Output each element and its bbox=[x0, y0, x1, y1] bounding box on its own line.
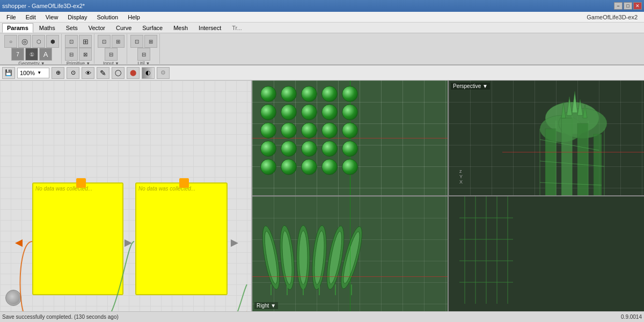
sphere bbox=[342, 122, 358, 138]
zoom-tool[interactable]: ⊙ bbox=[67, 67, 79, 79]
util-icons-row1: ⊡ ⊞ bbox=[130, 35, 157, 48]
panel-1[interactable]: No data was collected... bbox=[32, 182, 123, 295]
fill-tool[interactable]: ⬤ bbox=[127, 67, 140, 79]
pan-tool[interactable]: 👁 bbox=[82, 67, 94, 79]
close-button[interactable]: ✕ bbox=[633, 2, 642, 10]
primitive-label: Primitive ▼ bbox=[67, 61, 90, 65]
tab-maths[interactable]: Maths bbox=[34, 23, 60, 33]
sphere bbox=[301, 159, 317, 175]
util-dropdown-arrow[interactable]: ▼ bbox=[146, 61, 150, 66]
bl-axis-v bbox=[350, 196, 350, 311]
panel-2[interactable]: No data was collected... bbox=[135, 182, 228, 295]
toolbar2: 💾 100% ▼ ⊕ ⊙ 👁 ✎ ◯ ⬤ ◐ ⚙ bbox=[0, 65, 644, 80]
geo-icon-3[interactable]: ⬡ bbox=[32, 35, 45, 48]
menu-file[interactable]: File bbox=[2, 13, 20, 21]
input-icon-2[interactable]: ⊞ bbox=[112, 35, 125, 48]
sphere bbox=[301, 122, 317, 138]
geo-icon-6[interactable]: ① bbox=[25, 48, 38, 61]
menu-edit[interactable]: Edit bbox=[21, 13, 40, 21]
zoom-value: 100% bbox=[20, 70, 35, 76]
sphere bbox=[281, 141, 297, 157]
tab-intersect[interactable]: Intersect bbox=[194, 23, 226, 33]
input-label: Input ▼ bbox=[103, 61, 119, 65]
sphere bbox=[281, 122, 297, 138]
save-button[interactable]: 💾 bbox=[2, 67, 15, 79]
globe-icon bbox=[5, 290, 21, 306]
tab-params[interactable]: Params bbox=[2, 23, 33, 33]
sphere bbox=[301, 141, 317, 157]
sphere bbox=[281, 104, 297, 120]
toolbar-area: ○ ◎ ⬡ ⬢ 7 ① A Geometry ▼ ⊡ ⊞ ⊟ ⊠ Primiti… bbox=[0, 33, 644, 65]
menu-help[interactable]: Help bbox=[123, 13, 144, 21]
primitive-dropdown-arrow[interactable]: ▼ bbox=[86, 61, 90, 66]
prim-icon-3[interactable]: ⊟ bbox=[65, 48, 78, 61]
main-area: No data was collected... No data was col… bbox=[0, 80, 644, 311]
settings-tool[interactable]: ⚙ bbox=[157, 67, 170, 79]
svg-marker-2 bbox=[231, 239, 238, 247]
right-label: Right ▼ bbox=[254, 302, 278, 309]
gh-canvas[interactable]: No data was collected... No data was col… bbox=[0, 80, 252, 311]
geometry-dropdown-arrow[interactable]: ▼ bbox=[41, 61, 45, 66]
sphere bbox=[321, 159, 338, 175]
sphere bbox=[260, 86, 276, 102]
tab-surface[interactable]: Surface bbox=[137, 23, 167, 33]
viewport-top-left[interactable] bbox=[252, 80, 449, 195]
viewport-bottom-left[interactable]: Right ▼ bbox=[252, 196, 449, 311]
gradient-tool[interactable]: ◐ bbox=[142, 67, 155, 79]
geo-icon-5[interactable]: 7 bbox=[11, 48, 24, 61]
status-message: Save successfully completed. (130 second… bbox=[2, 314, 119, 320]
menu-display[interactable]: Display bbox=[63, 13, 91, 21]
3d-structure-svg bbox=[492, 86, 644, 195]
perspective-dropdown[interactable]: ▼ bbox=[482, 83, 488, 89]
geo-icon-7[interactable]: A bbox=[39, 48, 52, 61]
tab-curve[interactable]: Curve bbox=[111, 23, 136, 33]
sphere bbox=[260, 141, 276, 157]
wireframe-columns-svg bbox=[449, 196, 644, 311]
toolbar-primitive: ⊡ ⊞ ⊟ ⊠ Primitive ▼ bbox=[63, 34, 94, 64]
sphere bbox=[260, 104, 276, 120]
util-icon-2[interactable]: ⊞ bbox=[144, 35, 157, 48]
geo-icon-4[interactable]: ⬢ bbox=[46, 35, 59, 48]
toolbar-geometry: ○ ◎ ⬡ ⬢ 7 ① A Geometry ▼ bbox=[2, 34, 62, 64]
persp-axis-h bbox=[502, 152, 644, 152]
util-icon-1[interactable]: ⊡ bbox=[130, 35, 143, 48]
geo-icon-2[interactable]: ◎ bbox=[18, 35, 31, 48]
prim-icon-1[interactable]: ⊡ bbox=[65, 35, 78, 48]
menu-solution[interactable]: Solution bbox=[92, 13, 122, 21]
sphere bbox=[321, 86, 338, 102]
window-title: sshopper - GameOfLife3D-ex2* bbox=[2, 3, 85, 9]
tab-vector[interactable]: Vector bbox=[84, 23, 110, 33]
maximize-button[interactable]: □ bbox=[624, 2, 632, 10]
perspective-label-text[interactable]: Perspective bbox=[453, 83, 481, 89]
draw-tool[interactable]: ✎ bbox=[97, 67, 109, 79]
sphere bbox=[301, 86, 317, 102]
sphere bbox=[321, 122, 338, 138]
prim-icon-2[interactable]: ⊞ bbox=[79, 35, 92, 48]
util-icons-row2: ⊟ bbox=[137, 48, 150, 61]
perspective-label: Perspective ▼ bbox=[451, 83, 490, 90]
right-label-text[interactable]: Right bbox=[257, 303, 269, 309]
version-label: 0.9.0014 bbox=[621, 314, 642, 320]
prim-icon-4[interactable]: ⊠ bbox=[79, 48, 92, 61]
geometry-label: Geometry ▼ bbox=[18, 61, 45, 65]
right-dropdown[interactable]: ▼ bbox=[270, 303, 276, 309]
tab-sets[interactable]: Sets bbox=[61, 23, 83, 33]
sphere bbox=[301, 104, 317, 120]
erase-tool[interactable]: ◯ bbox=[112, 67, 125, 79]
zoom-dropdown[interactable]: 100% ▼ bbox=[17, 68, 49, 78]
tab-more[interactable]: Tr... bbox=[227, 23, 247, 33]
minimize-button[interactable]: − bbox=[614, 2, 623, 10]
input-dropdown-arrow[interactable]: ▼ bbox=[115, 61, 119, 66]
geo-icon-1[interactable]: ○ bbox=[4, 35, 17, 48]
util-icon-3[interactable]: ⊟ bbox=[137, 48, 150, 61]
viewport-bottom-right[interactable] bbox=[449, 196, 644, 311]
sphere bbox=[321, 141, 338, 157]
select-tool[interactable]: ⊕ bbox=[52, 67, 64, 79]
svg-marker-1 bbox=[125, 239, 132, 247]
input-icon-3[interactable]: ⊟ bbox=[105, 48, 118, 61]
menu-items: File Edit View Display Solution Help bbox=[2, 13, 144, 21]
viewport-perspective[interactable]: Perspective ▼ bbox=[449, 80, 644, 195]
input-icon-1[interactable]: ⊡ bbox=[98, 35, 111, 48]
menu-view[interactable]: View bbox=[41, 13, 63, 21]
tab-mesh[interactable]: Mesh bbox=[169, 23, 193, 33]
